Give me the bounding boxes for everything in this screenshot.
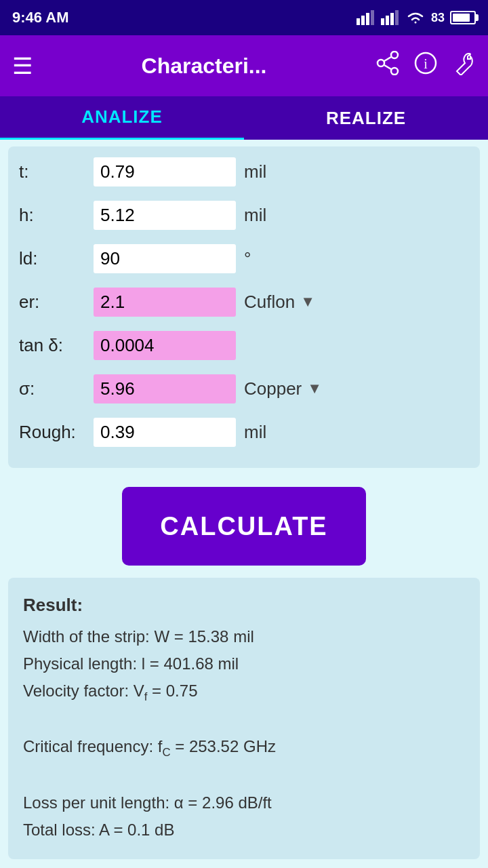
field-label-sigma: σ: [19,378,94,399]
result-line-3: Velocity factor: Vf = 0.75 [23,678,465,707]
menu-icon[interactable]: ☰ [12,52,33,79]
svg-rect-0 [357,18,360,25]
field-unit-rough: mil [244,422,266,443]
svg-point-8 [391,52,398,58]
field-input-h[interactable] [94,201,236,230]
svg-rect-6 [390,13,394,25]
svg-rect-7 [395,10,399,25]
field-label-h: h: [19,205,94,226]
field-unit-h: mil [244,205,266,226]
svg-line-12 [384,65,391,69]
svg-point-9 [391,68,398,75]
dropdown-er[interactable]: Cuflon ▼ [244,292,315,313]
result-text: Result: Width of the strip: W = 15.38 mi… [23,591,465,843]
svg-line-11 [384,57,391,61]
app-bar: ☰ Characteri... i [0,35,488,96]
field-input-rough[interactable] [94,418,236,447]
svg-rect-5 [386,16,389,25]
result-line-5: Loss per unit length: α = 2.96 dB/ft [23,790,465,816]
svg-rect-3 [371,10,374,25]
result-title: Result: [23,591,465,620]
field-row-er: er: Cuflon ▼ [19,283,469,320]
chevron-down-icon-er: ▼ [300,293,315,311]
app-bar-title: Characteri... [46,54,362,79]
svg-text:i: i [424,56,428,71]
tab-bar: ANALIZE REALIZE [0,96,488,140]
calculate-button-wrap: CALCULATE [0,487,488,566]
input-section: t: mil h: mil ld: ° er: Cuflon ▼ tan δ: … [8,146,480,468]
chevron-down-icon-sigma: ▼ [307,380,322,397]
field-label-tand: tan δ: [19,335,94,356]
svg-rect-2 [366,13,369,25]
info-icon[interactable]: i [413,51,438,81]
svg-point-10 [378,60,384,66]
result-section: Result: Width of the strip: W = 15.38 mi… [8,578,480,859]
svg-rect-4 [381,18,384,25]
field-row-rough: Rough: mil [19,414,469,450]
result-line-4: Critical frequency: fC = 253.52 GHz [23,734,465,762]
status-time: 9:46 AM [12,9,69,26]
dropdown-sigma[interactable]: Copper ▼ [244,378,322,399]
field-input-er[interactable] [94,288,236,317]
result-line-2: Physical length: l = 401.68 mil [23,651,465,677]
field-row-t: t: mil [19,153,469,190]
battery-label: 83 [431,11,445,25]
field-input-ld[interactable] [94,244,236,273]
wrench-icon[interactable] [451,51,476,81]
field-label-t: t: [19,161,94,182]
result-line-6: Total loss: A = 0.1 dB [23,817,465,843]
svg-rect-1 [361,16,365,25]
field-label-rough: Rough: [19,422,94,443]
field-label-er: er: [19,292,94,313]
status-icons: 83 [357,10,476,25]
field-unit-t: mil [244,161,266,182]
calculate-button[interactable]: CALCULATE [122,487,366,566]
field-input-sigma[interactable] [94,374,236,403]
dropdown-er-label: Cuflon [244,292,295,313]
result-line-1: Width of the strip: W = 15.38 mil [23,624,465,650]
tab-realize[interactable]: REALIZE [244,96,488,140]
field-row-tand: tan δ: [19,327,469,363]
field-input-t[interactable] [94,157,236,186]
wifi-icon [405,10,426,25]
field-row-sigma: σ: Copper ▼ [19,370,469,407]
field-label-ld: ld: [19,248,94,269]
signal-icon [357,10,375,25]
status-bar: 9:46 AM 83 [0,0,488,35]
tab-analize[interactable]: ANALIZE [0,96,244,140]
share-icon[interactable] [375,51,400,81]
field-input-tand[interactable] [94,331,236,360]
signal-icon-2 [381,10,400,25]
field-row-ld: ld: ° [19,240,469,277]
field-unit-ld: ° [244,248,251,269]
field-row-h: h: mil [19,197,469,233]
battery-icon [450,11,476,24]
dropdown-sigma-label: Copper [244,378,302,399]
